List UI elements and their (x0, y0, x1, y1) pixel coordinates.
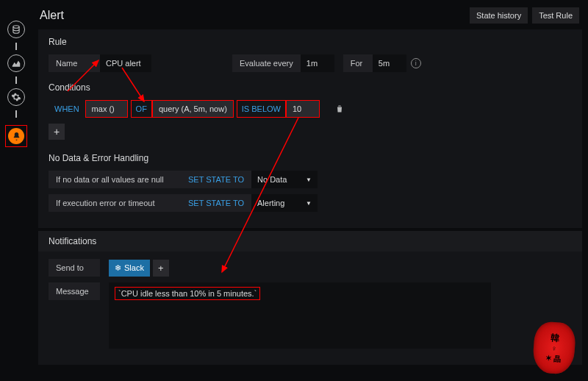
nav-datasource-icon[interactable] (7, 21, 25, 38)
page-header: Alert State history Test Rule (38, 4, 582, 26)
sendto-label: Send to (49, 259, 100, 277)
when-keyword: WHEN (49, 100, 85, 118)
notifications-panel: Send to ❄ Slack + Message `CPU idle less… (38, 252, 582, 365)
section-title-notifications: Notifications (38, 231, 582, 252)
for-label: For (343, 54, 373, 72)
evaluate-label: Evaluate every (232, 54, 301, 72)
name-label: Name (49, 54, 100, 72)
nodata-label-2: If execution error or timeout (49, 194, 181, 212)
rule-panel: Rule Name CPU alert Evaluate every 1m Fo… (38, 29, 582, 228)
connector (15, 43, 17, 50)
add-channel-button[interactable]: + (153, 260, 169, 277)
snowflake-icon: ❄ (115, 263, 121, 273)
svg-point-0 (13, 26, 19, 29)
rule-name-row: Name CPU alert Evaluate every 1m For 5m … (49, 54, 572, 72)
nav-graph-icon[interactable] (7, 54, 25, 72)
section-title-nodata: No Data & Error Handling (49, 153, 572, 163)
nodata-row-2: If execution error or timeout SET STATE … (49, 194, 572, 212)
chevron-down-icon: ▼ (306, 177, 312, 183)
section-title-rule: Rule (49, 37, 572, 47)
add-condition-button[interactable]: + (49, 124, 65, 140)
query-select[interactable]: query (A, 5m, now) (152, 100, 234, 118)
nodata-label-1: If no data or all values are null (49, 171, 181, 188)
for-input[interactable]: 5m (373, 54, 406, 72)
test-rule-button[interactable]: Test Rule (532, 7, 579, 24)
evaluate-input[interactable]: 1m (301, 54, 334, 72)
connector (15, 110, 17, 118)
sidebar (0, 0, 32, 381)
message-textarea[interactable]: `CPU idle less than 10% in 5 minutes.` (109, 282, 491, 349)
error-state-select[interactable]: Alerting▼ (251, 194, 318, 212)
of-keyword: OF (131, 100, 152, 118)
name-input[interactable]: CPU alert (100, 54, 151, 72)
message-row: Message `CPU idle less than 10% in 5 min… (49, 282, 572, 349)
page-title: Alert (40, 9, 64, 22)
nodata-row-1: If no data or all values are null SET ST… (49, 171, 572, 188)
state-history-button[interactable]: State history (470, 7, 528, 24)
nodata-state-select[interactable]: No Data▼ (251, 171, 318, 188)
connector (15, 76, 17, 84)
message-text: `CPU idle less than 10% in 5 minutes.` (115, 287, 260, 300)
nav-alert-icon[interactable] (5, 125, 27, 147)
set-state-label: SET STATE TO (181, 171, 251, 188)
set-state-label: SET STATE TO (181, 194, 251, 212)
sendto-row: Send to ❄ Slack + (49, 259, 572, 277)
delete-condition-button[interactable] (331, 101, 348, 117)
stamp-seal: 韓 ♀ ✶ 晶 (532, 321, 577, 375)
section-title-conditions: Conditions (49, 82, 572, 93)
slack-channel-button[interactable]: ❄ Slack (109, 260, 150, 277)
main-content: Alert State history Test Rule Rule Name … (32, 0, 588, 381)
nav-gear-icon[interactable] (7, 88, 25, 106)
threshold-input[interactable]: 10 (286, 100, 320, 118)
info-icon[interactable]: i (411, 58, 421, 68)
isbelow-keyword[interactable]: IS BELOW (237, 100, 286, 118)
message-label: Message (49, 282, 100, 300)
chevron-down-icon: ▼ (306, 200, 312, 207)
aggregation-select[interactable]: max () (85, 100, 128, 118)
condition-row: WHEN max () OF query (A, 5m, now) IS BEL… (49, 100, 572, 118)
